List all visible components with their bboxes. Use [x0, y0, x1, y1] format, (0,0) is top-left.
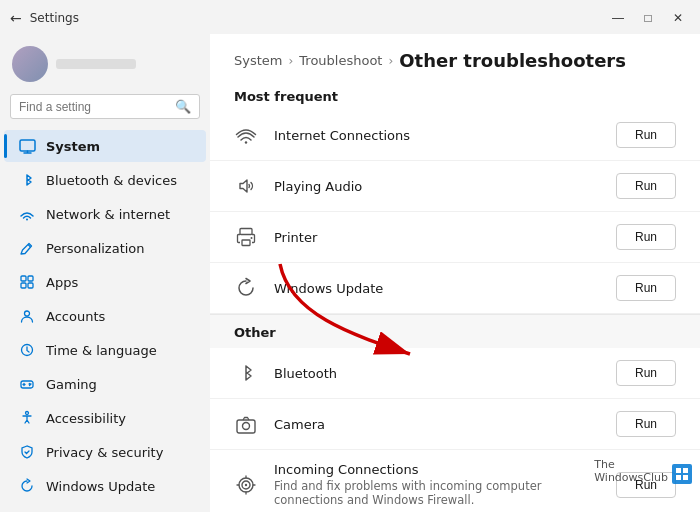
watermark-text: The WindowsClub	[594, 458, 668, 484]
sidebar-item-network-label: Network & internet	[46, 207, 170, 222]
audio-text: Playing Audio	[274, 179, 600, 194]
item-camera: Camera Run	[210, 399, 700, 450]
printer-name: Printer	[274, 230, 600, 245]
personalization-icon	[18, 239, 36, 257]
svg-rect-4	[21, 283, 26, 288]
avatar	[12, 46, 48, 82]
close-button[interactable]: ✕	[664, 7, 692, 29]
search-icon: 🔍	[175, 99, 191, 114]
sidebar-item-accessibility[interactable]: Accessibility	[4, 402, 206, 434]
breadcrumb-system[interactable]: System	[234, 53, 282, 68]
breadcrumb: System › Troubleshoot › Other troublesho…	[210, 34, 700, 79]
winupdate-run-button[interactable]: Run	[616, 275, 676, 301]
svg-point-10	[245, 141, 247, 143]
watermark: The WindowsClub	[594, 458, 692, 484]
gaming-icon	[18, 375, 36, 393]
apps-icon	[18, 273, 36, 291]
internet-run-button[interactable]: Run	[616, 122, 676, 148]
item-audio: Playing Audio Run	[210, 161, 700, 212]
item-internet: Internet Connections Run	[210, 110, 700, 161]
minimize-button[interactable]: —	[604, 7, 632, 29]
incoming-icon	[234, 473, 258, 497]
system-icon	[18, 137, 36, 155]
title-bar-title: Settings	[30, 11, 79, 25]
internet-text: Internet Connections	[274, 128, 600, 143]
sidebar-item-accessibility-label: Accessibility	[46, 411, 126, 426]
sidebar-item-update-label: Windows Update	[46, 479, 155, 494]
sidebar-item-apps[interactable]: Apps	[4, 266, 206, 298]
user-profile	[0, 38, 210, 94]
svg-point-9	[26, 412, 29, 415]
printer-icon	[234, 225, 258, 249]
svg-rect-0	[20, 140, 35, 151]
sidebar-item-personalization[interactable]: Personalization	[4, 232, 206, 264]
svg-rect-22	[676, 475, 681, 480]
svg-rect-23	[683, 475, 688, 480]
breadcrumb-sep2: ›	[388, 54, 393, 68]
sidebar-item-bluetooth-label: Bluetooth & devices	[46, 173, 177, 188]
main-container: 🔍 System Bluetooth & devices Network & i…	[0, 34, 700, 512]
svg-rect-5	[28, 283, 33, 288]
printer-run-button[interactable]: Run	[616, 224, 676, 250]
accounts-icon	[18, 307, 36, 325]
sidebar-item-bluetooth[interactable]: Bluetooth & devices	[4, 164, 206, 196]
wifi-icon	[234, 123, 258, 147]
sidebar-item-privacy[interactable]: Privacy & security	[4, 436, 206, 468]
sidebar-item-time[interactable]: Time & language	[4, 334, 206, 366]
maximize-button[interactable]: □	[634, 7, 662, 29]
sidebar-item-personalization-label: Personalization	[46, 241, 145, 256]
item-printer: Printer Run	[210, 212, 700, 263]
privacy-icon	[18, 443, 36, 461]
bluetooth-item-icon	[234, 361, 258, 385]
svg-rect-21	[683, 468, 688, 473]
sidebar-item-accounts[interactable]: Accounts	[4, 300, 206, 332]
winupdate-icon	[234, 276, 258, 300]
sidebar: 🔍 System Bluetooth & devices Network & i…	[0, 34, 210, 512]
back-icon[interactable]: ←	[10, 10, 22, 26]
svg-rect-20	[676, 468, 681, 473]
sidebar-item-system-label: System	[46, 139, 100, 154]
printer-text: Printer	[274, 230, 600, 245]
svg-rect-2	[21, 276, 26, 281]
sidebar-item-gaming-label: Gaming	[46, 377, 97, 392]
internet-name: Internet Connections	[274, 128, 600, 143]
svg-rect-11	[240, 229, 252, 235]
camera-icon	[234, 412, 258, 436]
breadcrumb-troubleshoot[interactable]: Troubleshoot	[299, 53, 382, 68]
audio-run-button[interactable]: Run	[616, 173, 676, 199]
avatar-name	[56, 59, 136, 69]
sidebar-item-time-label: Time & language	[46, 343, 157, 358]
sidebar-item-system[interactable]: System	[4, 130, 206, 162]
sidebar-item-privacy-label: Privacy & security	[46, 445, 163, 460]
camera-run-button[interactable]: Run	[616, 411, 676, 437]
bluetooth-run-button[interactable]: Run	[616, 360, 676, 386]
svg-point-1	[26, 219, 28, 221]
sidebar-item-network[interactable]: Network & internet	[4, 198, 206, 230]
title-bar-controls: — □ ✕	[604, 7, 692, 29]
svg-point-13	[251, 237, 253, 239]
search-box[interactable]: 🔍	[10, 94, 200, 119]
title-bar: ← Settings — □ ✕	[0, 0, 700, 34]
item-bluetooth: Bluetooth Run	[210, 348, 700, 399]
svg-rect-3	[28, 276, 33, 281]
sidebar-item-apps-label: Apps	[46, 275, 78, 290]
content: System › Troubleshoot › Other troublesho…	[210, 34, 700, 512]
winupdate-name: Windows Update	[274, 281, 600, 296]
svg-rect-12	[242, 240, 250, 246]
title-bar-left: ← Settings	[10, 10, 79, 26]
search-input[interactable]	[19, 100, 169, 114]
time-icon	[18, 341, 36, 359]
incoming-item-desc: Find and fix problems with incoming comp…	[274, 479, 600, 507]
most-frequent-title: Most frequent	[210, 79, 700, 110]
camera-item-text: Camera	[274, 417, 600, 432]
watermark-icon	[672, 464, 692, 484]
winupdate-text: Windows Update	[274, 281, 600, 296]
audio-name: Playing Audio	[274, 179, 600, 194]
svg-point-6	[25, 311, 30, 316]
sidebar-item-update[interactable]: Windows Update	[4, 470, 206, 502]
breadcrumb-current: Other troubleshooters	[399, 50, 626, 71]
incoming-item-text: Incoming Connections Find and fix proble…	[274, 462, 600, 507]
network-icon	[18, 205, 36, 223]
sidebar-item-gaming[interactable]: Gaming	[4, 368, 206, 400]
svg-point-15	[243, 423, 250, 430]
